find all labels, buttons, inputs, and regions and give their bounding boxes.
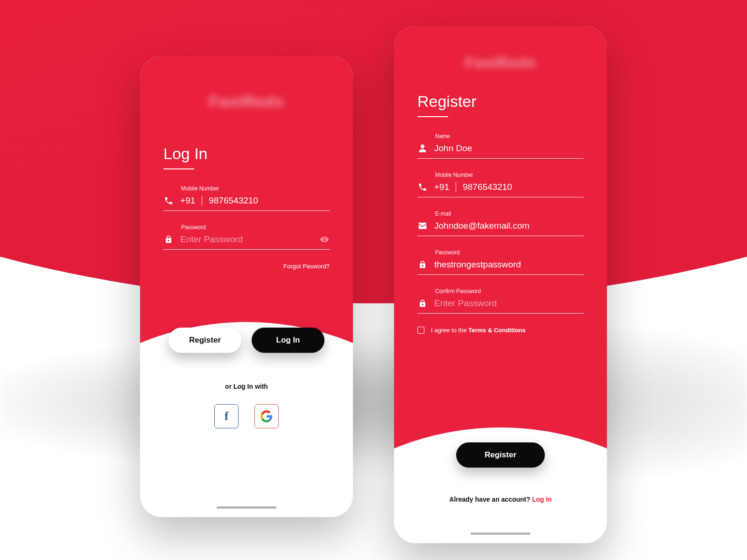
- home-indicator: [471, 532, 530, 535]
- forgot-password-link[interactable]: Forgot Pasword?: [163, 263, 330, 270]
- social-login-row: f: [140, 404, 353, 428]
- password-input[interactable]: [434, 259, 584, 270]
- app-logo-blurred: FastReds: [209, 92, 284, 111]
- facebook-icon: f: [225, 409, 229, 423]
- terms-link[interactable]: Terms & Conditions: [468, 327, 526, 334]
- login-screen: FastReds Log In Mobile Number +91 Passwo…: [140, 56, 353, 517]
- email-label: E-mail: [435, 210, 584, 217]
- email-field: E-mail: [417, 210, 584, 236]
- login-button-label: Log In: [276, 336, 300, 345]
- password-label: Password: [181, 224, 330, 231]
- register-submit-button[interactable]: Register: [456, 442, 545, 468]
- mobile-label: Mobile Number: [435, 172, 584, 178]
- person-icon: [417, 143, 428, 154]
- google-login-button[interactable]: [254, 404, 279, 428]
- phone-icon: [163, 196, 174, 206]
- mobile-field: Mobile Number +91: [417, 172, 584, 197]
- lock-icon: [417, 259, 428, 270]
- name-field: Name: [417, 133, 584, 159]
- register-button-label: Register: [189, 336, 221, 345]
- lock-icon: [417, 298, 428, 308]
- title-underline: [163, 168, 194, 169]
- password-label: Password: [435, 249, 584, 256]
- confirm-password-label: Confirm Password: [435, 288, 584, 294]
- mobile-prefix[interactable]: +91: [434, 182, 456, 192]
- register-screen: FastReds Register Name Mobile Number +91: [394, 26, 607, 543]
- terms-prefix: I agree to the: [431, 327, 468, 334]
- background-shadow: [0, 280, 747, 504]
- login-title: Log In: [163, 145, 330, 163]
- confirm-password-field: Confirm Password: [417, 288, 584, 314]
- confirm-password-input[interactable]: [434, 298, 584, 308]
- register-button[interactable]: Register: [169, 328, 241, 353]
- login-button-row: Register Log In: [140, 328, 353, 353]
- google-icon: [261, 410, 273, 422]
- password-field: Password: [417, 249, 584, 275]
- app-logo-blurred: FastReds: [465, 54, 536, 71]
- register-title: Register: [417, 92, 584, 111]
- name-input[interactable]: [434, 143, 584, 154]
- register-button-row: Register: [456, 442, 545, 468]
- login-link[interactable]: Log In: [532, 496, 552, 503]
- already-prefix: Already have an account?: [449, 496, 532, 503]
- mobile-field: Mobile Number +91: [163, 185, 330, 211]
- login-button[interactable]: Log In: [252, 328, 324, 353]
- mobile-input[interactable]: [209, 196, 330, 206]
- terms-text: I agree to the Terms & Conditions: [431, 327, 526, 334]
- terms-row: I agree to the Terms & Conditions: [417, 327, 584, 334]
- home-indicator: [217, 506, 276, 509]
- mobile-label: Mobile Number: [181, 185, 330, 192]
- or-login-with-text: or Log In with: [140, 383, 353, 390]
- background-red-arc: [0, 0, 747, 303]
- already-have-account: Already have an account? Log In: [394, 496, 607, 503]
- name-label: Name: [435, 133, 584, 140]
- phone-icon: [417, 182, 428, 192]
- title-underline: [417, 116, 448, 117]
- lock-icon: [163, 234, 174, 245]
- password-field: Password: [163, 224, 330, 250]
- eye-icon[interactable]: [319, 234, 330, 245]
- mail-icon: [417, 221, 428, 231]
- mobile-prefix[interactable]: +91: [180, 196, 202, 206]
- login-form: Log In Mobile Number +91 Password: [163, 145, 330, 270]
- email-input[interactable]: [434, 221, 584, 231]
- terms-checkbox[interactable]: [417, 327, 424, 334]
- register-submit-label: Register: [485, 450, 516, 460]
- facebook-login-button[interactable]: f: [214, 404, 239, 428]
- password-input[interactable]: [180, 234, 313, 245]
- mobile-input[interactable]: [463, 182, 584, 192]
- register-form: Register Name Mobile Number +91 E-mai: [417, 92, 584, 334]
